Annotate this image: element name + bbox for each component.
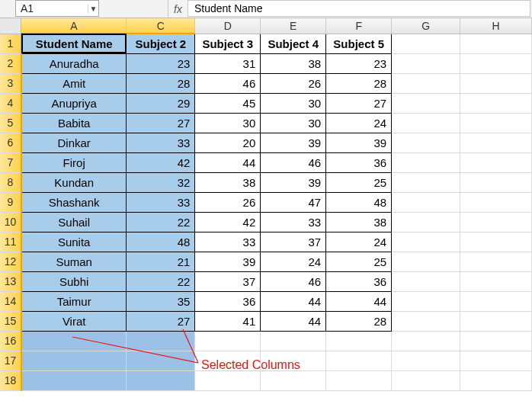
cell[interactable]: Taimur (21, 291, 127, 311)
cell-a1[interactable]: Student Name (21, 34, 127, 53)
name-box[interactable]: A1 ▼ (15, 0, 99, 17)
row-header[interactable]: 18 (0, 370, 21, 390)
cell-d1[interactable]: Subject 3 (195, 34, 261, 53)
cell[interactable] (392, 172, 460, 192)
cell[interactable]: 25 (326, 172, 392, 192)
cell[interactable] (392, 113, 460, 133)
row-header[interactable]: 8 (0, 172, 21, 192)
cell[interactable]: 21 (127, 252, 195, 271)
cell[interactable]: 44 (261, 311, 326, 331)
cell[interactable]: 30 (261, 93, 326, 113)
cell[interactable] (392, 133, 460, 152)
row-header[interactable]: 15 (0, 311, 21, 331)
col-header-d[interactable]: D (195, 18, 261, 34)
cell[interactable] (392, 53, 460, 73)
cell[interactable] (21, 351, 127, 370)
col-header-a[interactable]: A (21, 18, 127, 34)
row-header[interactable]: 11 (0, 232, 21, 252)
row-header[interactable]: 12 (0, 252, 21, 271)
cell[interactable]: 27 (127, 113, 195, 133)
col-header-e[interactable]: E (261, 18, 326, 34)
cell[interactable]: 28 (326, 73, 392, 93)
cell[interactable]: Kundan (21, 172, 127, 192)
cell[interactable] (326, 370, 392, 390)
cell[interactable]: Virat (21, 311, 127, 331)
cell[interactable]: 48 (127, 232, 195, 252)
cell[interactable]: 27 (326, 93, 392, 113)
cell[interactable]: Anuradha (21, 53, 127, 73)
cell[interactable]: 27 (127, 311, 195, 331)
cell[interactable] (195, 351, 261, 370)
cell[interactable] (392, 152, 460, 172)
cell[interactable]: 39 (326, 133, 392, 152)
cell[interactable]: 35 (127, 291, 195, 311)
cell[interactable] (195, 370, 261, 390)
cell[interactable] (460, 232, 532, 252)
row-header[interactable]: 13 (0, 271, 21, 291)
cell[interactable] (21, 331, 127, 351)
cell[interactable]: 33 (127, 192, 195, 212)
cell[interactable] (21, 370, 127, 390)
name-box-dropdown-icon[interactable]: ▼ (88, 5, 98, 13)
cell[interactable]: 44 (261, 291, 326, 311)
cell[interactable] (460, 133, 532, 152)
cell[interactable]: Dinkar (21, 133, 127, 152)
cell[interactable] (392, 212, 460, 232)
cell[interactable]: Sunita (21, 232, 127, 252)
cell[interactable] (392, 73, 460, 93)
cell[interactable] (261, 331, 326, 351)
cell[interactable]: 24 (326, 113, 392, 133)
cell[interactable]: 26 (195, 192, 261, 212)
cell[interactable] (195, 331, 261, 351)
cell[interactable] (460, 152, 532, 172)
cell[interactable]: Shashank (21, 192, 127, 212)
cell[interactable]: 22 (127, 271, 195, 291)
cell[interactable] (127, 331, 195, 351)
cell[interactable]: Suman (21, 252, 127, 271)
cell[interactable] (460, 93, 532, 113)
row-header[interactable]: 4 (0, 93, 21, 113)
cell[interactable]: 26 (261, 73, 326, 93)
cell[interactable]: Firoj (21, 152, 127, 172)
cell-g1[interactable] (392, 34, 460, 53)
cell-e1[interactable]: Subject 4 (261, 34, 326, 53)
cell[interactable]: Suhail (21, 212, 127, 232)
cell[interactable] (460, 291, 532, 311)
cell[interactable] (460, 370, 532, 390)
cell[interactable]: Anupriya (21, 93, 127, 113)
cell[interactable]: 22 (127, 212, 195, 232)
cell[interactable] (392, 252, 460, 271)
cell[interactable]: 37 (261, 232, 326, 252)
cell[interactable]: 23 (326, 53, 392, 73)
cell-h1[interactable] (460, 34, 532, 53)
cell[interactable]: 24 (261, 252, 326, 271)
cell[interactable] (460, 271, 532, 291)
cell[interactable] (326, 351, 392, 370)
cell[interactable] (392, 271, 460, 291)
cell[interactable]: 46 (261, 152, 326, 172)
row-header[interactable]: 2 (0, 53, 21, 73)
select-all-corner[interactable] (0, 18, 21, 34)
cell[interactable]: 45 (195, 93, 261, 113)
cell[interactable]: 29 (127, 93, 195, 113)
cell[interactable]: 33 (195, 232, 261, 252)
cell[interactable] (460, 212, 532, 232)
cell[interactable] (326, 331, 392, 351)
cell[interactable] (392, 93, 460, 113)
cell[interactable]: 39 (261, 133, 326, 152)
cell[interactable]: 33 (261, 212, 326, 232)
cell[interactable] (392, 232, 460, 252)
cell[interactable]: 44 (195, 152, 261, 172)
cell[interactable]: 39 (261, 172, 326, 192)
cell[interactable]: 20 (195, 133, 261, 152)
row-header[interactable]: 16 (0, 331, 21, 351)
cell[interactable]: 42 (127, 152, 195, 172)
cell[interactable]: Babita (21, 113, 127, 133)
formula-bar[interactable]: Student Name (187, 0, 530, 17)
row-header[interactable]: 5 (0, 113, 21, 133)
row-header[interactable]: 6 (0, 133, 21, 152)
cell[interactable]: Amit (21, 73, 127, 93)
cell[interactable]: 24 (326, 232, 392, 252)
cell[interactable]: 36 (326, 271, 392, 291)
cell[interactable]: 36 (326, 152, 392, 172)
